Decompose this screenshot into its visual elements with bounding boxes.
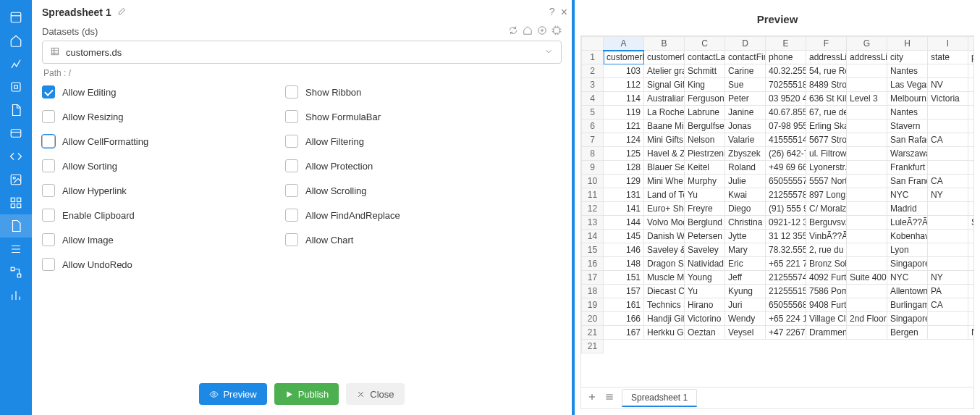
checkbox[interactable] (42, 159, 55, 172)
sheet-menu-icon[interactable] (604, 392, 614, 404)
cell[interactable]: 8489 Stron (806, 78, 847, 92)
sheet-tab[interactable]: Spreadsheet 1 (622, 389, 697, 407)
cell[interactable]: Victorino (685, 312, 725, 326)
cell[interactable] (928, 230, 968, 243)
cell[interactable]: Jeff (725, 271, 766, 285)
cell[interactable] (968, 230, 974, 243)
cell[interactable]: 7586 Pom (806, 285, 847, 298)
row-header[interactable]: 6 (582, 120, 604, 133)
cell[interactable]: Technics S (644, 298, 685, 312)
sidebar-item-list[interactable] (0, 238, 32, 261)
cell[interactable]: King (685, 78, 725, 92)
cell[interactable] (968, 188, 974, 202)
row-header[interactable]: 2 (582, 64, 604, 78)
cell[interactable] (847, 161, 887, 175)
cell[interactable]: contactFir (725, 51, 766, 64)
cell[interactable]: Dragon So (644, 257, 685, 271)
cell[interactable]: Drammen (806, 326, 847, 340)
cell[interactable]: 129 (604, 175, 644, 188)
cell[interactable]: Signal Gift (644, 78, 685, 92)
row-header[interactable]: 7 (582, 133, 604, 147)
cell[interactable]: Diecast Cl (644, 285, 685, 298)
cell[interactable]: 125 (604, 147, 644, 161)
cell[interactable]: Bergulfsen (685, 120, 725, 133)
cell[interactable]: Lyon (887, 243, 928, 257)
cell[interactable] (968, 257, 974, 271)
cell[interactable]: Bergen (887, 326, 928, 340)
cell[interactable]: PA (928, 285, 968, 298)
cell[interactable]: Muscle M (644, 271, 685, 285)
cell[interactable]: Singapore (887, 312, 928, 326)
cell[interactable]: 141 (604, 202, 644, 216)
cell[interactable]: Frankfurt (887, 161, 928, 175)
checkbox[interactable] (285, 233, 298, 246)
cell[interactable]: Kobenhav (887, 230, 928, 243)
cell[interactable]: 21255515 (766, 285, 806, 298)
cell[interactable]: NY (928, 271, 968, 285)
cell[interactable]: ul. Filtrow (806, 147, 847, 161)
cell[interactable] (847, 216, 887, 230)
sidebar-item-code[interactable] (0, 145, 32, 168)
cell[interactable]: CA (928, 298, 968, 312)
cell[interactable] (968, 147, 974, 161)
cell[interactable]: 897 Long A (806, 188, 847, 202)
cell[interactable]: Mini Gifts (644, 133, 685, 147)
cell[interactable]: addressLin (847, 51, 887, 64)
sidebar-item-component[interactable] (0, 75, 32, 98)
cell[interactable] (928, 202, 968, 216)
cell[interactable]: Saveley (685, 243, 725, 257)
cell[interactable]: Yu (685, 285, 725, 298)
cell[interactable]: Bronz Sok (806, 257, 847, 271)
cell[interactable]: 119 (604, 106, 644, 120)
sidebar-item-chart[interactable] (0, 52, 32, 75)
cell[interactable]: Young (685, 271, 725, 285)
cell[interactable]: 70255518 (766, 78, 806, 92)
option-allow-image[interactable]: Allow Image (42, 233, 259, 246)
cell[interactable]: Nelson (685, 133, 725, 147)
option-allow-resizing[interactable]: Allow Resizing (42, 110, 259, 123)
cell[interactable]: NYC (887, 188, 928, 202)
cell[interactable] (968, 133, 974, 147)
cell[interactable] (847, 147, 887, 161)
cell[interactable]: 41555514 (766, 133, 806, 147)
cell[interactable]: Zbyszek (725, 147, 766, 161)
edit-icon[interactable] (117, 6, 127, 18)
cell[interactable] (928, 106, 968, 120)
cell[interactable] (847, 175, 887, 188)
checkbox[interactable] (42, 135, 55, 148)
checkbox[interactable] (285, 184, 298, 197)
row-header[interactable]: 20 (582, 312, 604, 326)
cell[interactable]: 157 (604, 285, 644, 298)
cell[interactable]: Land of To (644, 188, 685, 202)
cell[interactable]: Peter (725, 92, 766, 106)
cell[interactable]: Australian (644, 92, 685, 106)
cell[interactable]: addressLin (806, 51, 847, 64)
cell[interactable]: NY (928, 188, 968, 202)
cell[interactable]: Ferguson (685, 92, 725, 106)
home-icon[interactable] (523, 25, 533, 38)
cell[interactable]: Carine (725, 64, 766, 78)
cell[interactable]: Madrid (887, 202, 928, 216)
cell[interactable]: Roland (725, 161, 766, 175)
cell[interactable] (847, 326, 887, 340)
checkbox[interactable] (285, 159, 298, 172)
cell[interactable]: CA (928, 133, 968, 147)
row-header[interactable]: 13 (582, 216, 604, 230)
cell[interactable] (968, 120, 974, 133)
column-header[interactable]: H (887, 37, 928, 51)
option-enable-clipboard[interactable]: Enable Clipboard (42, 209, 259, 222)
cell[interactable] (847, 285, 887, 298)
cell[interactable]: +65 224 1 (766, 312, 806, 326)
sidebar-item-flow[interactable] (0, 261, 32, 284)
cell[interactable]: 2, rue du C (806, 243, 847, 257)
cell[interactable]: customerN (604, 51, 644, 64)
cell[interactable]: +65 221 7 (766, 257, 806, 271)
cell[interactable]: CA (928, 175, 968, 188)
cell[interactable] (968, 298, 974, 312)
option-allow-protection[interactable]: Allow Protection (285, 159, 502, 172)
dataset-select[interactable]: customers.ds (42, 41, 562, 64)
cell[interactable]: 40.32.255 (766, 64, 806, 78)
cell[interactable] (847, 243, 887, 257)
row-header[interactable]: 4 (582, 92, 604, 106)
cell[interactable] (968, 202, 974, 216)
